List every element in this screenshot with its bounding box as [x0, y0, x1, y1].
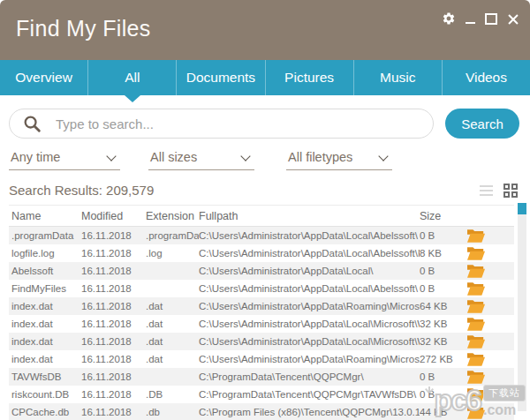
table-row[interactable]: FindMyFiles 16.11.2018 C:\Users\Administ… — [9, 280, 514, 297]
cell-fullpath: C:\Users\Administrator\AppData\Roaming\M… — [199, 354, 420, 364]
column-header-fullpath[interactable]: Fullpath — [199, 210, 420, 222]
time-filter-dropdown[interactable]: Any time — [9, 149, 120, 170]
cell-size: 8 KB — [420, 248, 460, 259]
cell-name: .programData — [9, 230, 81, 241]
active-tab-indicator — [125, 95, 140, 102]
tab-all[interactable]: All — [88, 60, 177, 95]
window-title: Find My Files — [16, 16, 151, 41]
cell-size: 272 KB — [420, 354, 460, 364]
filetype-filter-dropdown[interactable]: All filetypes — [286, 149, 392, 170]
filters-row: Any time All sizes All filetypes — [9, 149, 530, 170]
cell-extension: .log — [146, 248, 199, 259]
search-results-count: Search Results: 209,579 — [9, 183, 154, 198]
cell-extension: .dat — [146, 319, 199, 329]
tab-documents[interactable]: Documents — [177, 60, 265, 95]
tab-music[interactable]: Music — [354, 60, 443, 95]
grid-view-icon[interactable] — [504, 184, 518, 198]
cell-extension: .dat — [146, 354, 199, 364]
table-row[interactable]: index.dat 16.11.2018 .dat C:\Users\Admin… — [9, 297, 514, 315]
cell-modified: 16.11.2018 — [81, 407, 146, 417]
search-row: Search — [9, 109, 519, 139]
chevron-down-icon — [240, 151, 250, 161]
search-box[interactable] — [9, 109, 434, 139]
cell-fullpath: C:\ProgramData\Tencent\QQPCMgr\TAVWfsDB\ — [199, 389, 420, 400]
column-header-modified[interactable]: Modified — [81, 210, 146, 222]
tab-label: Documents — [186, 70, 255, 86]
folder-icon — [460, 229, 514, 243]
search-input[interactable] — [54, 116, 424, 132]
tab-pictures[interactable]: Pictures — [266, 60, 354, 95]
cell-size: 0 B — [420, 371, 460, 382]
folder-icon — [460, 281, 514, 296]
cell-fullpath: C:\Users\Administrator\AppData\Local\Abe… — [199, 248, 420, 259]
search-button[interactable]: Search — [445, 109, 519, 139]
cell-size: 0 B — [420, 230, 460, 241]
cell-size: 0 B — [420, 283, 460, 294]
watermark-badge: 下载站 — [483, 385, 526, 401]
table-row[interactable]: .programData 16.11.2018 .programData C:\… — [9, 227, 514, 244]
table-row[interactable]: index.dat 16.11.2018 .dat C:\Users\Admin… — [9, 333, 514, 350]
results-label: Search Results: — [9, 183, 102, 198]
cell-modified: 16.11.2018 — [81, 301, 146, 311]
tab-bar: Overview All Documents Pictures Music Vi… — [0, 60, 530, 95]
cell-name: logfile.log — [9, 248, 81, 259]
cell-name: index.dat — [9, 336, 81, 347]
vertical-scrollbar[interactable] — [518, 203, 526, 411]
column-header-size[interactable]: Size — [420, 210, 460, 222]
close-icon[interactable] — [507, 13, 519, 25]
folder-icon — [460, 352, 514, 366]
folder-icon — [460, 334, 514, 349]
tab-label: Videos — [466, 70, 507, 86]
minimize-icon[interactable] — [466, 22, 475, 24]
maximize-icon[interactable] — [485, 13, 497, 25]
folder-icon — [460, 317, 514, 331]
cell-extension: .DB — [146, 389, 199, 400]
filetype-filter-value: All filetypes — [288, 150, 352, 164]
cell-fullpath: C:\Users\Administrator\AppData\Local\Abe… — [199, 230, 420, 241]
column-header-extension[interactable]: Extension — [146, 210, 199, 222]
cell-name: index.dat — [9, 354, 81, 364]
cell-size: 32 KB — [420, 336, 460, 347]
titlebar: Find My Files — [0, 0, 530, 60]
cell-modified: 16.11.2018 — [81, 230, 146, 241]
cell-modified: 16.11.2018 — [81, 371, 146, 382]
cell-modified: 16.11.2018 — [81, 283, 146, 294]
tab-label: Overview — [15, 70, 72, 86]
cell-modified: 16.11.2018 — [81, 354, 146, 364]
cell-name: TAVWfsDB — [9, 371, 81, 382]
table-row[interactable]: logfile.log 16.11.2018 .log C:\Users\Adm… — [9, 244, 514, 262]
cell-extension: .dat — [146, 336, 199, 347]
cell-extension: .dat — [146, 301, 199, 311]
table-row[interactable]: index.dat 16.11.2018 .dat C:\Users\Admin… — [9, 315, 514, 333]
pc6-watermark: pc6 下载站 .com — [425, 382, 526, 418]
chevron-down-icon — [106, 151, 116, 161]
watermark-site: pc6 — [434, 382, 481, 417]
window-controls — [442, 11, 519, 26]
time-filter-value: Any time — [11, 150, 60, 164]
settings-gear-icon[interactable] — [442, 11, 456, 26]
scrollbar-thumb[interactable] — [518, 203, 526, 214]
column-header-name[interactable]: Name — [9, 210, 81, 222]
tab-label: Music — [380, 70, 415, 86]
list-view-icon[interactable] — [480, 185, 493, 196]
table-row[interactable]: index.dat 16.11.2018 .dat C:\Users\Admin… — [9, 350, 514, 368]
cell-extension: .db — [146, 407, 199, 417]
results-count: 209,579 — [106, 183, 154, 198]
tab-label: All — [125, 70, 140, 86]
cell-modified: 16.11.2018 — [81, 336, 146, 347]
folder-icon — [460, 246, 514, 260]
table-row[interactable]: Abelssoft 16.11.2018 C:\Users\Administra… — [9, 262, 514, 280]
app-window: Find My Files Overview All Documents Pic… — [0, 0, 530, 420]
cell-fullpath: C:\Users\Administrator\AppData\Local\Mic… — [199, 336, 420, 347]
tab-videos[interactable]: Videos — [443, 60, 530, 95]
sparkle-icon — [425, 384, 434, 394]
table-header: Name Modified Extension Fullpath Size — [9, 206, 514, 227]
tab-overview[interactable]: Overview — [0, 60, 88, 95]
cell-modified: 16.11.2018 — [81, 389, 146, 400]
cell-size: 64 KB — [420, 301, 460, 311]
cell-name: riskcount.DB — [9, 389, 81, 400]
cell-modified: 16.11.2018 — [81, 266, 146, 276]
results-row: Search Results: 209,579 — [9, 183, 518, 198]
cell-fullpath: C:\Users\Administrator\AppData\Local\ — [199, 266, 420, 276]
size-filter-dropdown[interactable]: All sizes — [148, 149, 254, 170]
